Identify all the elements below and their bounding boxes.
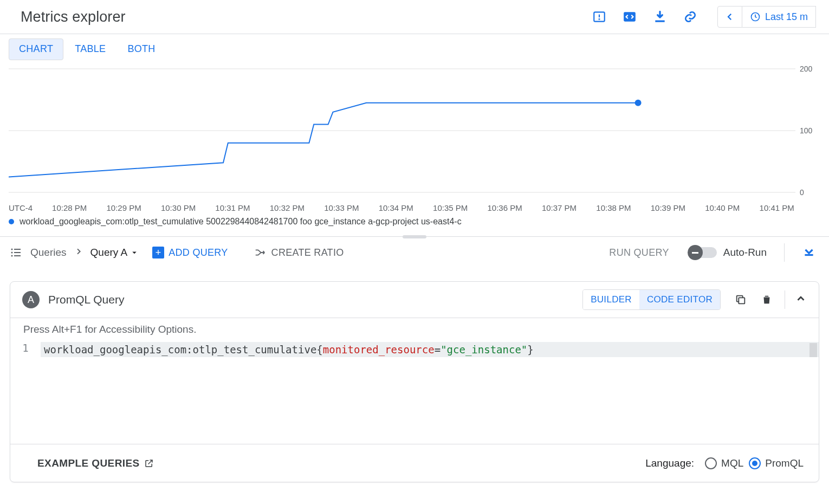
collapse-card-button[interactable] xyxy=(795,293,807,307)
example-queries-link[interactable]: EXAMPLE QUERIES xyxy=(37,457,154,469)
svg-rect-4 xyxy=(655,21,664,22)
y-tick-label: 100 xyxy=(800,126,813,135)
chart-grid xyxy=(9,69,795,192)
download-icon[interactable] xyxy=(652,9,668,24)
code-editor-mode-button[interactable]: CODE EDITOR xyxy=(639,290,720,309)
caret-down-icon xyxy=(129,248,139,257)
x-tick-label: 10:33 PM xyxy=(314,203,368,212)
time-range-picker[interactable]: Last 15 m xyxy=(742,6,816,28)
page-title: Metrics explorer xyxy=(21,9,126,25)
x-tick-label: 10:31 PM xyxy=(205,203,260,212)
add-query-label: ADD QUERY xyxy=(169,247,228,259)
time-range-label: Last 15 m xyxy=(765,11,808,23)
svg-rect-12 xyxy=(14,252,21,253)
line-number: 1 xyxy=(10,342,41,357)
code-token-string: "gce_instance" xyxy=(441,344,527,356)
clock-icon xyxy=(750,11,761,22)
svg-rect-14 xyxy=(14,255,21,256)
query-card-title: PromQL Query xyxy=(48,293,124,306)
x-tick-label: 10:41 PM xyxy=(749,203,804,212)
legend-swatch-icon xyxy=(9,219,14,224)
merge-icon xyxy=(254,247,266,259)
svg-rect-10 xyxy=(14,249,21,250)
toggle-knob-icon xyxy=(688,245,703,260)
create-ratio-label: CREATE RATIO xyxy=(271,247,344,259)
code-icon[interactable] xyxy=(622,9,637,24)
x-tick-label: 10:40 PM xyxy=(695,203,749,212)
svg-rect-15 xyxy=(692,252,698,254)
auto-run-label: Auto-Run xyxy=(723,247,767,259)
code-token-key: monitored_resource xyxy=(323,344,435,356)
divider xyxy=(784,243,785,262)
divider xyxy=(785,290,785,309)
chart-tz-label: UTC-4 xyxy=(9,203,42,212)
x-tick-label: 10:30 PM xyxy=(151,203,205,212)
code-editor[interactable]: Press Alt+F1 for Accessibility Options. … xyxy=(10,318,819,444)
drag-handle-icon xyxy=(403,235,426,238)
chart-legend[interactable]: workload_googleapis_com:otlp_test_cumula… xyxy=(0,212,829,233)
x-tick-label: 10:32 PM xyxy=(260,203,314,212)
metrics-chart[interactable]: 200 100 0 xyxy=(9,60,820,201)
view-tab-table[interactable]: TABLE xyxy=(64,38,116,60)
svg-point-2 xyxy=(599,19,599,20)
queries-list-icon[interactable] xyxy=(10,246,23,259)
code-line-content[interactable]: workload_googleapis_com:otlp_test_cumula… xyxy=(41,342,819,357)
code-token-eq: = xyxy=(435,344,441,356)
svg-point-11 xyxy=(11,252,13,254)
code-token-brace: } xyxy=(527,344,533,356)
a11y-hint: Press Alt+F1 for Accessibility Options. xyxy=(23,324,196,335)
add-query-button[interactable]: + ADD QUERY xyxy=(152,247,228,259)
svg-point-9 xyxy=(11,249,13,250)
code-token-brace: { xyxy=(316,344,322,356)
language-radio-mql[interactable]: MQL xyxy=(705,457,743,469)
auto-run-toggle[interactable] xyxy=(689,247,717,258)
y-tick-label: 0 xyxy=(800,188,804,197)
delete-query-button[interactable] xyxy=(761,294,773,306)
queries-breadcrumb-root[interactable]: Queries xyxy=(30,247,67,259)
panel-resize-handle[interactable] xyxy=(0,236,829,237)
view-tab-chart[interactable]: CHART xyxy=(9,38,63,60)
legend-text: workload_googleapis_com:otlp_test_cumula… xyxy=(20,217,462,227)
chart-series-line xyxy=(9,103,638,177)
plus-icon: + xyxy=(152,247,164,259)
query-badge: A xyxy=(22,291,40,308)
radio-label: MQL xyxy=(721,457,743,469)
editor-minimap[interactable] xyxy=(809,343,817,357)
query-card: A PromQL Query BUILDER CODE EDITOR Press… xyxy=(10,281,819,482)
language-label: Language: xyxy=(645,457,694,469)
radio-icon xyxy=(705,457,717,469)
view-tab-both[interactable]: BOTH xyxy=(117,38,165,60)
code-token-metric: workload_googleapis_com:otlp_test_cumula… xyxy=(44,344,316,356)
x-tick-label: 10:34 PM xyxy=(369,203,423,212)
example-queries-label: EXAMPLE QUERIES xyxy=(37,457,140,469)
create-ratio-button[interactable]: CREATE RATIO xyxy=(254,247,344,259)
external-link-icon xyxy=(144,458,154,468)
builder-mode-button[interactable]: BUILDER xyxy=(583,290,639,309)
current-query-label: Query A xyxy=(90,247,128,259)
announcement-icon[interactable] xyxy=(592,9,607,24)
language-radio-promql[interactable]: PromQL xyxy=(749,457,804,469)
copy-query-button[interactable] xyxy=(735,294,747,306)
collapse-all-button[interactable] xyxy=(802,244,816,261)
x-tick-label: 10:39 PM xyxy=(641,203,695,212)
run-query-button[interactable]: RUN QUERY xyxy=(609,247,669,259)
link-icon[interactable] xyxy=(683,9,698,24)
x-tick-label: 10:36 PM xyxy=(477,203,532,212)
editor-mode-toggle: BUILDER CODE EDITOR xyxy=(582,289,721,310)
x-tick-label: 10:28 PM xyxy=(42,203,96,212)
time-range-back-button[interactable] xyxy=(717,6,742,28)
y-tick-label: 200 xyxy=(800,64,813,73)
radio-icon xyxy=(749,457,761,469)
chart-series-end-dot xyxy=(635,100,642,106)
x-tick-label: 10:37 PM xyxy=(532,203,586,212)
svg-point-13 xyxy=(11,255,13,257)
chart-x-axis: UTC-4 10:28 PM 10:29 PM 10:30 PM 10:31 P… xyxy=(0,201,829,212)
radio-label: PromQL xyxy=(765,457,804,469)
x-tick-label: 10:29 PM xyxy=(96,203,151,212)
x-tick-label: 10:38 PM xyxy=(586,203,640,212)
chevron-right-icon xyxy=(74,247,83,258)
current-query-dropdown[interactable]: Query A xyxy=(90,247,140,259)
x-tick-label: 10:35 PM xyxy=(423,203,477,212)
svg-rect-17 xyxy=(739,298,744,303)
